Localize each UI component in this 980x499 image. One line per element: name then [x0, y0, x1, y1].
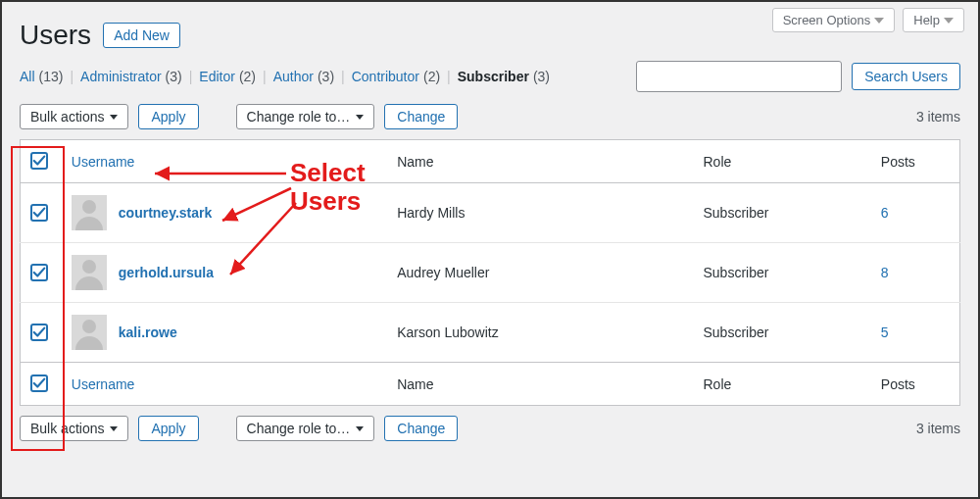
- apply-button[interactable]: Apply: [138, 104, 198, 129]
- role-cell: Subscriber: [693, 183, 870, 243]
- change-role-select[interactable]: Change role to…: [236, 104, 375, 129]
- avatar: [72, 315, 107, 350]
- users-table: Username Name Role Posts courtney.stark …: [20, 139, 960, 406]
- bulk-actions-select[interactable]: Bulk actions: [20, 104, 128, 129]
- name-cell: Hardy Mills: [387, 183, 693, 243]
- select-all-checkbox[interactable]: [30, 152, 48, 170]
- screen-options-label: Screen Options: [783, 13, 871, 27]
- posts-link[interactable]: 6: [881, 205, 889, 221]
- change-role-select-bottom[interactable]: Change role to…: [236, 416, 375, 441]
- check-icon: [32, 154, 46, 168]
- filter-editor[interactable]: Editor: [199, 69, 235, 84]
- bulk-actions-select-bottom[interactable]: Bulk actions: [20, 416, 128, 441]
- check-icon: [32, 266, 46, 279]
- help-label: Help: [913, 13, 940, 27]
- filter-contributor[interactable]: Contributor: [352, 69, 419, 84]
- check-icon: [32, 325, 46, 339]
- row-checkbox[interactable]: [30, 324, 48, 341]
- column-role: Role: [693, 140, 870, 183]
- chevron-down-icon: [110, 115, 118, 120]
- avatar: [72, 195, 107, 230]
- add-new-button[interactable]: Add New: [103, 23, 180, 48]
- items-count: 3 items: [916, 109, 960, 125]
- column-username-footer[interactable]: Username: [72, 376, 135, 392]
- check-icon: [32, 206, 46, 220]
- column-role-footer: Role: [693, 363, 870, 406]
- role-cell: Subscriber: [693, 303, 870, 363]
- items-count-bottom: 3 items: [916, 421, 960, 436]
- posts-link[interactable]: 8: [881, 265, 889, 280]
- chevron-down-icon: [944, 18, 954, 24]
- check-icon: [32, 376, 46, 390]
- posts-link[interactable]: 5: [881, 324, 889, 340]
- filter-all[interactable]: All: [20, 69, 35, 84]
- column-name-footer: Name: [387, 363, 693, 406]
- help-button[interactable]: Help: [903, 8, 964, 32]
- chevron-down-icon: [356, 115, 364, 120]
- change-button-bottom[interactable]: Change: [384, 416, 458, 441]
- table-row: kali.rowe Karson Lubowitz Subscriber 5: [21, 303, 960, 363]
- chevron-down-icon: [110, 426, 118, 431]
- username-link[interactable]: gerhold.ursula: [119, 265, 214, 280]
- screen-options-button[interactable]: Screen Options: [772, 8, 896, 32]
- column-name: Name: [387, 140, 693, 183]
- role-cell: Subscriber: [693, 243, 870, 303]
- avatar: [72, 255, 107, 290]
- table-row: gerhold.ursula Audrey Mueller Subscriber…: [21, 243, 960, 303]
- filter-subscriber[interactable]: Subscriber: [458, 69, 529, 84]
- column-posts-footer: Posts: [871, 363, 960, 406]
- search-users-button[interactable]: Search Users: [852, 63, 960, 90]
- apply-button-bottom[interactable]: Apply: [138, 416, 198, 441]
- username-link[interactable]: courtney.stark: [119, 205, 212, 221]
- filter-links: All (13) | Administrator (3) | Editor (2…: [20, 69, 550, 84]
- row-checkbox[interactable]: [30, 204, 48, 222]
- column-posts: Posts: [871, 140, 960, 183]
- chevron-down-icon: [356, 426, 364, 431]
- username-link[interactable]: kali.rowe: [119, 324, 177, 340]
- filter-administrator[interactable]: Administrator: [80, 69, 161, 84]
- table-row: courtney.stark Hardy Mills Subscriber 6: [21, 183, 960, 243]
- chevron-down-icon: [874, 18, 884, 24]
- change-button[interactable]: Change: [384, 104, 458, 129]
- name-cell: Karson Lubowitz: [387, 303, 693, 363]
- filter-author[interactable]: Author: [273, 69, 314, 84]
- select-all-checkbox-footer[interactable]: [30, 374, 48, 392]
- name-cell: Audrey Mueller: [387, 243, 693, 303]
- page-title: Users: [20, 20, 91, 51]
- row-checkbox[interactable]: [30, 264, 48, 281]
- column-username[interactable]: Username: [72, 154, 135, 170]
- search-input[interactable]: [636, 61, 842, 92]
